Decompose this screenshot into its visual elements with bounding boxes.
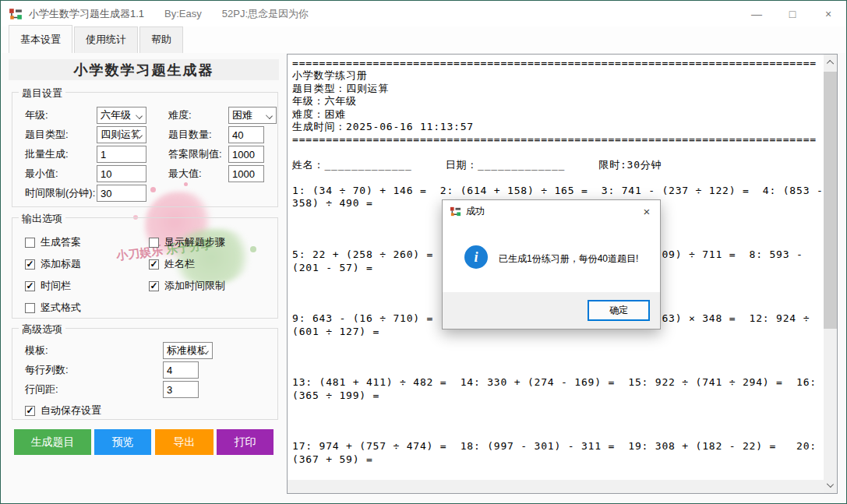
answer-limit-input[interactable] [228, 146, 264, 163]
vertical-scrollbar[interactable] [824, 55, 837, 493]
window-title: 小学生数学习题生成器1.1 [29, 7, 144, 21]
dialog-message: 已生成1份练习册，每份40道题目! [499, 252, 638, 266]
grade-label: 年级: [25, 108, 97, 122]
vertical-format-checkbox[interactable] [25, 303, 35, 313]
add-title-checkbox[interactable]: ✓ [25, 259, 35, 270]
close-button[interactable]: × [810, 1, 846, 26]
batch-count-input[interactable] [97, 146, 146, 163]
min-value-input[interactable] [97, 165, 146, 182]
show-steps-label: 显示解题步骤 [164, 235, 225, 249]
add-title-label: 添加标题 [41, 257, 81, 271]
group-output-options-label: 输出选项 [19, 212, 65, 226]
minimize-button[interactable]: — [739, 1, 775, 26]
row-spacing-input[interactable] [163, 381, 199, 398]
action-buttons: 生成题目 预览 导出 打印 [1, 429, 281, 455]
app-icon [450, 206, 461, 217]
show-steps-checkbox[interactable] [149, 238, 159, 248]
scroll-down-icon[interactable] [827, 481, 834, 488]
group-advanced-options: 高级选项 模板: 标准模板 每行列数: 行间距: ✓ 自动保存设置 [12, 328, 278, 420]
preview-button[interactable]: 预览 [94, 429, 151, 455]
title-bar: 小学生数学习题生成器1.1 By:Easy 52PJ:思念是因为你 — □ × [1, 1, 846, 26]
autosave-label: 自动保存设置 [41, 404, 101, 418]
time-limit-input[interactable] [97, 185, 146, 202]
batch-count-label: 批量生成: [25, 147, 97, 161]
dialog-close-button[interactable]: × [633, 200, 660, 222]
info-icon: i [464, 245, 488, 269]
tab-strip: 基本设置 使用统计 帮助 [1, 26, 846, 53]
tab-page-basic-settings: 小刀娱乐 乐于分享 小学数学习题生成器 题目设置 年级: 六年级 难度: 困难 [1, 53, 846, 503]
difficulty-select[interactable]: 困难 [228, 107, 277, 124]
add-time-limit-checkbox[interactable]: ✓ [149, 281, 159, 291]
generate-answers-label: 生成答案 [41, 235, 81, 249]
row-spacing-label: 行间距: [25, 382, 115, 397]
time-field-checkbox[interactable]: ✓ [25, 281, 35, 291]
app-icon [9, 7, 23, 21]
window-credit: 52PJ:思念是因为你 [222, 7, 309, 21]
columns-per-row-input[interactable] [163, 361, 199, 379]
difficulty-label: 难度: [168, 108, 228, 122]
panel-title: 小学数学习题生成器 [9, 59, 279, 80]
name-field-label: 姓名栏 [164, 257, 195, 271]
dialog-footer: 确定 [443, 292, 660, 329]
group-output-options: 输出选项 生成答案 显示解题步骤 ✓ 添加标题 ✓ 姓名栏 ✓ 时间栏 [12, 217, 278, 319]
chevron-down-icon [266, 112, 273, 119]
time-limit-label: 时间限制(分钟): [25, 186, 97, 200]
scroll-up-icon[interactable] [827, 60, 834, 67]
dialog-body: i 已生成1份练习册，每份40道题目! [443, 222, 660, 294]
grade-select[interactable]: 六年级 [97, 107, 146, 124]
group-question-settings-label: 题目设置 [19, 86, 65, 100]
answer-limit-label: 答案限制值: [168, 147, 228, 161]
app-window: 小学生数学习题生成器1.1 By:Easy 52PJ:思念是因为你 — □ × … [0, 0, 847, 504]
template-label: 模板: [25, 344, 115, 358]
horizontal-scrollbar[interactable] [288, 480, 824, 493]
time-field-label: 时间栏 [41, 279, 71, 293]
tab-usage-stats[interactable]: 使用统计 [74, 26, 138, 53]
generate-button[interactable]: 生成题目 [14, 429, 91, 455]
dialog-title: 成功 [466, 205, 485, 218]
tab-help[interactable]: 帮助 [139, 26, 183, 53]
max-value-label: 最大值: [168, 167, 228, 181]
scrollbar-thumb[interactable] [824, 72, 837, 329]
columns-per-row-label: 每行列数: [25, 363, 115, 377]
min-value-label: 最小值: [25, 167, 97, 181]
autosave-checkbox[interactable]: ✓ [25, 406, 35, 416]
question-count-label: 题目数量: [168, 128, 228, 142]
question-type-label: 题目类型: [25, 128, 97, 142]
window-byline: By:Easy [164, 8, 202, 19]
group-advanced-options-label: 高级选项 [19, 322, 65, 337]
name-field-checkbox[interactable]: ✓ [149, 259, 159, 270]
generate-answers-checkbox[interactable] [25, 238, 35, 248]
maximize-button[interactable]: □ [775, 1, 810, 26]
ok-button[interactable]: 确定 [588, 300, 650, 321]
success-dialog: 成功 × i 已生成1份练习册，每份40道题目! 确定 [442, 199, 661, 330]
export-button[interactable]: 导出 [155, 429, 214, 455]
question-type-select[interactable]: 四则运算 [97, 126, 146, 143]
template-select[interactable]: 标准模板 [163, 342, 213, 359]
chevron-down-icon [136, 112, 143, 119]
add-time-limit-label: 添加时间限制 [164, 279, 225, 293]
print-button[interactable]: 打印 [217, 429, 274, 455]
question-count-input[interactable] [228, 126, 264, 143]
tab-basic-settings[interactable]: 基本设置 [9, 25, 72, 53]
dialog-title-bar: 成功 × [443, 200, 660, 222]
group-question-settings: 题目设置 年级: 六年级 难度: 困难 题目类型: 四则运算 [12, 92, 278, 207]
vertical-format-label: 竖式格式 [41, 301, 81, 315]
max-value-input[interactable] [228, 165, 264, 182]
